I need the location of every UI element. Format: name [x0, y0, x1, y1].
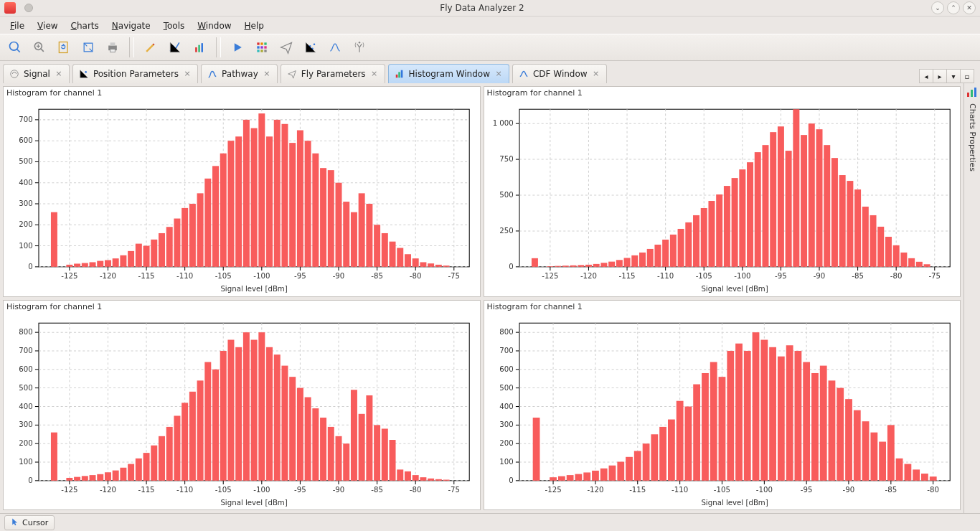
svg-text:-80: -80 — [410, 486, 422, 494]
tab-label: Signal — [24, 69, 50, 79]
play-icon[interactable] — [227, 37, 248, 57]
chart-bars-icon[interactable] — [189, 37, 210, 57]
sendplane-icon[interactable] — [275, 37, 297, 57]
tab-position-parameters[interactable]: Position Parameters× — [72, 64, 198, 83]
svg-rect-310 — [405, 471, 411, 480]
svg-rect-199 — [847, 181, 853, 267]
grid-icon[interactable] — [251, 37, 273, 57]
tab-list-button[interactable]: ▾ — [946, 69, 961, 83]
svg-rect-383 — [583, 472, 590, 480]
svg-rect-421 — [904, 464, 911, 480]
globe-search-icon[interactable] — [4, 37, 26, 57]
window-close-button[interactable]: ✕ — [963, 1, 976, 14]
chart-area[interactable]: -125-120-115-110-105-100-95-90-85-80-750… — [484, 99, 961, 296]
svg-text:-100: -100 — [253, 272, 270, 280]
svg-rect-69 — [197, 193, 204, 266]
svg-rect-5 — [110, 42, 116, 45]
svg-rect-273 — [120, 467, 126, 480]
svg-rect-207 — [908, 258, 915, 267]
tab-scroll-left-button[interactable]: ◂ — [919, 69, 933, 83]
svg-rect-10 — [257, 42, 259, 44]
cursor-icon — [11, 517, 19, 528]
menu-navigate[interactable]: Navigate — [106, 19, 156, 32]
svg-rect-192 — [793, 109, 799, 267]
svg-rect-388 — [626, 456, 633, 480]
svg-rect-384 — [592, 470, 599, 480]
svg-rect-72 — [220, 154, 227, 267]
svg-text:100: 100 — [499, 458, 513, 466]
menu-charts[interactable]: Charts — [65, 19, 105, 32]
svg-text:200: 200 — [19, 220, 32, 228]
svg-rect-416 — [862, 421, 869, 481]
chart-area[interactable]: -125-120-115-110-105-100-95-90-85-800100… — [484, 313, 961, 510]
menu-view[interactable]: View — [32, 19, 63, 32]
page-refresh-icon[interactable] — [53, 37, 75, 57]
svg-text:-95: -95 — [294, 272, 306, 280]
cursor-button[interactable]: Cursor — [4, 515, 55, 530]
svg-rect-68 — [189, 204, 196, 267]
svg-text:-85: -85 — [371, 272, 383, 280]
svg-text:-80: -80 — [410, 272, 422, 280]
tab-close-button[interactable]: × — [183, 70, 192, 78]
antenna-icon[interactable] — [349, 37, 370, 57]
svg-text:-115: -115 — [629, 486, 646, 494]
tab-close-button[interactable]: × — [370, 70, 379, 78]
resize-icon[interactable] — [77, 37, 99, 57]
svg-text:Signal level [dBm]: Signal level [dBm] — [701, 285, 768, 293]
svg-rect-16 — [257, 50, 259, 52]
svg-text:-100: -100 — [755, 486, 772, 494]
svg-rect-306 — [374, 425, 380, 480]
svg-rect-385 — [600, 468, 607, 480]
svg-rect-99 — [428, 263, 434, 267]
menu-file[interactable]: File — [4, 19, 30, 32]
svg-rect-315 — [443, 479, 450, 480]
svg-rect-159 — [531, 258, 537, 267]
menu-window[interactable]: Window — [192, 19, 237, 32]
svg-rect-289 — [243, 332, 250, 481]
tab-signal[interactable]: Signal× — [3, 64, 70, 83]
tab-close-button[interactable]: × — [55, 70, 63, 78]
window-minimize-button[interactable]: ⌄ — [931, 1, 944, 14]
tab-scroll-right-button[interactable]: ▸ — [933, 69, 947, 83]
window-title: Fly Data Analyzer 2 — [33, 3, 931, 13]
tab-close-button[interactable]: × — [494, 70, 503, 78]
svg-rect-13 — [257, 46, 259, 48]
svg-rect-413 — [837, 387, 844, 480]
svg-rect-424 — [929, 476, 936, 481]
svg-rect-18 — [264, 50, 266, 52]
chart-line-icon[interactable] — [164, 37, 186, 57]
scatter-icon[interactable] — [300, 37, 321, 57]
svg-rect-101 — [443, 266, 450, 267]
svg-rect-6 — [110, 50, 116, 52]
svg-text:-125: -125 — [61, 272, 77, 280]
tab-label: Fly Parameters — [301, 69, 366, 79]
chart-area[interactable]: -125-120-115-110-105-100-95-90-85-80-750… — [4, 99, 480, 296]
svg-rect-175 — [662, 240, 669, 267]
tab-pathway[interactable]: Pathway× — [201, 64, 278, 83]
menu-tools[interactable]: Tools — [158, 19, 191, 32]
svg-rect-422 — [913, 469, 920, 480]
tab-maximize-button[interactable]: ▫ — [960, 69, 974, 83]
menubar: File View Charts Navigate Tools Window H… — [0, 17, 980, 34]
toolbar-separator — [216, 37, 221, 57]
tab-close-button[interactable]: × — [263, 70, 271, 78]
svg-text:400: 400 — [19, 179, 32, 187]
tab-label: CDF Window — [533, 69, 588, 79]
tab-histogram-window[interactable]: Histogram Window× — [388, 64, 509, 83]
svg-rect-56 — [97, 261, 103, 267]
menu-help[interactable]: Help — [239, 19, 270, 32]
tab-fly-parameters[interactable]: Fly Parameters× — [281, 64, 385, 83]
svg-text:300: 300 — [499, 420, 513, 428]
curve-icon[interactable] — [324, 37, 346, 57]
svg-rect-75 — [243, 120, 250, 267]
zoom-icon[interactable] — [29, 37, 50, 57]
tab-cdf-window[interactable]: CDF Window× — [512, 64, 607, 83]
svg-text:-115: -115 — [138, 486, 154, 494]
pencil-icon[interactable] — [140, 37, 161, 57]
chart-area[interactable]: -125-120-115-110-105-100-95-90-85-80-750… — [4, 313, 480, 510]
tab-close-button[interactable]: × — [592, 70, 600, 78]
window-maximize-button[interactable]: ⌃ — [947, 1, 960, 14]
svg-rect-404 — [760, 339, 768, 480]
charts-properties-sidebar[interactable]: Charts Properties — [963, 83, 980, 513]
print-icon[interactable] — [102, 37, 123, 57]
